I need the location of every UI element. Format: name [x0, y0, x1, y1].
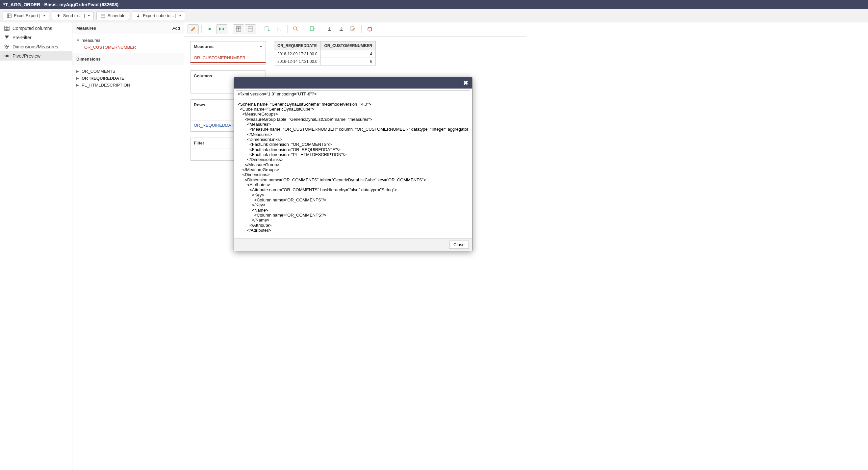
sidebar-item-label: Dimensions/Measures: [12, 44, 58, 49]
schedule-button[interactable]: Schedule: [96, 11, 129, 20]
table-green-button[interactable]: [261, 24, 273, 34]
grid-icon: [4, 26, 10, 31]
download-alt-button[interactable]: [336, 24, 347, 34]
sidebar-item-label: Pre-Filter: [12, 35, 32, 40]
filter-icon: [4, 35, 10, 40]
dimensions-tree: ▶ OR_COMMENTS ▶ OR_REQUIREDDATE ▶ PL_HTM…: [72, 65, 184, 91]
cell-date: 2016-12-09 17:31:00.0: [274, 50, 321, 58]
add-measure-link[interactable]: Add: [173, 26, 180, 31]
dimensions-section-header: Dimensions: [72, 53, 184, 65]
table-icon: [236, 26, 241, 33]
calendar-icon: [100, 13, 106, 18]
svg-rect-3: [101, 14, 105, 18]
cubes-icon: [4, 44, 10, 49]
icon-toolbar: [184, 22, 526, 36]
window-title: *T_AGG_ORDER - Basis: myAggOrderPivot (6…: [3, 2, 119, 7]
svg-point-15: [6, 55, 8, 57]
table-arrow-icon: [265, 26, 270, 33]
sidebar-item-computed-columns[interactable]: Computed columns: [0, 24, 72, 33]
brackets-icon: [276, 26, 282, 33]
separator: [287, 25, 287, 33]
table-red-button[interactable]: [273, 24, 285, 34]
sidebar-item-label: Pivot/Preview: [12, 53, 40, 59]
table-row: 2016-12-14 17:31:00.06: [274, 58, 376, 65]
download-icon: [135, 13, 141, 18]
preview-col-header-date[interactable]: OR_REQUIREDDATE: [274, 41, 321, 50]
export-table-button[interactable]: [307, 24, 318, 34]
measures-tree: ▼ measures OR_CUSTOMERNUMBER: [72, 34, 184, 53]
svg-point-12: [5, 45, 7, 47]
send-to-button[interactable]: Send to ... |: [52, 11, 94, 20]
edit-note-button[interactable]: [347, 24, 359, 34]
window-titlebar: *T_AGG_ORDER - Basis: myAggOrderPivot (6…: [0, 0, 868, 9]
dialog-body: [234, 89, 472, 238]
dropzone-items: OR_CUSTOMERNUMBER: [190, 52, 266, 64]
search-icon: [293, 26, 299, 33]
svg-line-28: [297, 30, 298, 31]
preview-chart-button[interactable]: [245, 24, 256, 34]
measures-group-label: measures: [82, 38, 100, 43]
svg-point-14: [6, 47, 7, 49]
dimensions-title: Dimensions: [76, 57, 101, 62]
excel-export-button[interactable]: Excel-Export |: [3, 11, 49, 20]
dropzone-title: Columns: [194, 74, 212, 78]
svg-rect-31: [340, 30, 343, 31]
measures-group-row[interactable]: ▼ measures: [76, 37, 180, 44]
refresh-icon: [367, 26, 373, 33]
chevron-down-icon: [43, 15, 46, 17]
config-column: Measures Add ▼ measures OR_CUSTOMERNUMBE…: [72, 22, 184, 470]
edit-button[interactable]: [188, 24, 199, 34]
chevron-down-icon: [179, 15, 182, 17]
separator: [259, 25, 259, 33]
preview-col-header-value[interactable]: OR_CUSTOMERNUMBER: [321, 41, 376, 50]
refresh-button[interactable]: [364, 24, 375, 34]
play-bars-icon: [219, 27, 225, 32]
dimension-label: PL_HTMLDESCRIPTION: [82, 83, 130, 88]
schedule-label: Schedule: [107, 13, 125, 18]
table-row: 2016-12-09 17:31:00.04: [274, 50, 376, 58]
caret-down-icon: ▼: [76, 38, 80, 42]
close-icon[interactable]: ✖: [463, 79, 468, 87]
run-button[interactable]: [204, 24, 216, 34]
chevron-down-icon[interactable]: [259, 46, 262, 48]
download-button[interactable]: [324, 24, 335, 34]
svg-point-27: [293, 27, 297, 30]
xml-textarea[interactable]: [236, 90, 470, 235]
send-to-label: Send to ... |: [63, 13, 85, 18]
measure-item-label: OR_CUSTOMERNUMBER: [76, 45, 136, 50]
export-cube-button[interactable]: Export cube to... |: [132, 11, 185, 20]
sidebar-item-label: Computed columns: [12, 26, 52, 31]
svg-rect-29: [310, 27, 314, 31]
measures-dropzone[interactable]: Measures OR_CUSTOMERNUMBER: [190, 41, 266, 64]
dimension-label: OR_COMMENTS: [82, 69, 116, 74]
separator: [304, 25, 304, 33]
sidebar-item-dimensions[interactable]: Dimensions/Measures: [0, 42, 72, 51]
sidebar-item-pivot-preview[interactable]: Pivot/Preview: [0, 51, 72, 61]
caret-right-icon: ▶: [76, 76, 80, 80]
separator: [321, 25, 321, 33]
separator: [202, 25, 202, 33]
svg-rect-25: [265, 27, 268, 30]
cell-value: 4: [321, 50, 376, 58]
pencil-icon: [190, 26, 196, 33]
caret-right-icon: ▶: [76, 69, 80, 73]
table-alt-icon: [248, 26, 253, 33]
preview-table-button[interactable]: [233, 24, 244, 34]
measure-item-row[interactable]: OR_CUSTOMERNUMBER: [76, 44, 180, 51]
toolbar-main: Excel-Export | Send to ... | Schedule Ex…: [0, 9, 868, 22]
play-icon: [208, 27, 212, 32]
search-button[interactable]: [290, 24, 301, 34]
dimension-comments-row[interactable]: ▶ OR_COMMENTS: [76, 68, 180, 75]
sidebar-item-prefilter[interactable]: Pre-Filter: [0, 33, 72, 42]
close-button[interactable]: Close: [449, 241, 469, 249]
dimension-requireddate-row[interactable]: ▶ OR_REQUIREDDATE: [76, 75, 180, 82]
caret-right-icon: ▶: [76, 83, 80, 87]
dropzone-measure-item[interactable]: OR_CUSTOMERNUMBER: [190, 53, 266, 63]
dialog-titlebar[interactable]: ✖: [234, 77, 472, 89]
left-sidebar: Computed columns Pre-Filter Dimensions/M…: [0, 22, 72, 470]
dimension-htmldesc-row[interactable]: ▶ PL_HTMLDESCRIPTION: [76, 82, 180, 89]
note-pencil-icon: [350, 26, 356, 33]
svg-point-26: [279, 28, 280, 29]
cell-value: 6: [321, 58, 376, 65]
run-data-button[interactable]: [216, 24, 227, 34]
